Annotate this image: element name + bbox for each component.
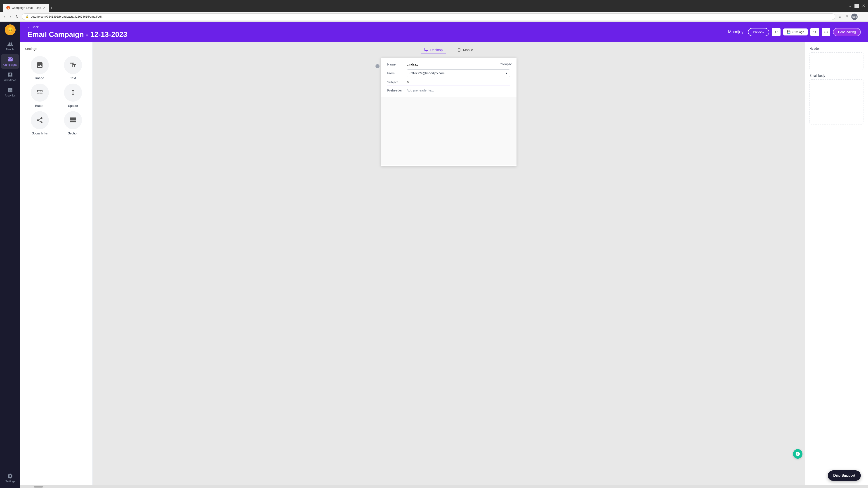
email-canvas: Collapse Name Lindsay From 89f4222e@mood… [381, 58, 517, 166]
sidebar-item-workflows[interactable]: Workflows [1, 70, 19, 84]
element-spacer[interactable]: Spacer [58, 84, 88, 107]
email-form-container: Collapse Name Lindsay From 89f4222e@mood… [381, 58, 517, 97]
more-options-button[interactable]: ••• [822, 28, 830, 36]
new-tab-button[interactable]: + [49, 5, 54, 12]
elements-panel: Settings Image Text [20, 42, 93, 485]
lock-icon: 🔒 [26, 15, 29, 18]
mobile-icon [457, 48, 461, 52]
close-window-button[interactable]: ✕ [862, 3, 865, 8]
header-left: ← Back Email Campaign - 12-13-2023 [28, 25, 127, 39]
spacer-icon [69, 89, 76, 96]
back-link[interactable]: ← Back [28, 25, 127, 29]
minimize-button[interactable]: ⌄ [848, 3, 851, 8]
mobile-view-button[interactable]: Mobile [454, 46, 476, 54]
scroll-thumb[interactable] [34, 486, 43, 488]
editor-area: Desktop Mobile Collapse [93, 42, 805, 485]
tab-title: Campaign Email · Drip [12, 6, 41, 9]
app-logo[interactable]: 😊 [5, 24, 16, 35]
element-section[interactable]: Section [58, 111, 88, 135]
dropdown-chevron-icon: ▾ [506, 71, 507, 75]
profile-button[interactable]: Incognito [851, 13, 858, 20]
right-panel-body-dropzone[interactable] [809, 79, 864, 125]
sidebar-bottom: Settings [1, 471, 19, 485]
done-editing-button[interactable]: Done editing [833, 28, 861, 36]
sidebar-item-settings[interactable]: Settings [1, 471, 19, 485]
element-social[interactable]: Social links [25, 111, 55, 135]
preview-button[interactable]: Preview [748, 28, 769, 36]
extensions-button[interactable]: ⊞ [844, 13, 850, 20]
tab-favicon: 🔥 [6, 6, 10, 9]
from-value: 89f4222e@moodjoy.com [410, 71, 445, 75]
menu-button[interactable]: ⋮ [859, 13, 865, 20]
element-button[interactable]: Button [25, 84, 55, 107]
button-icon [36, 89, 43, 96]
tab-close-button[interactable]: ✕ [43, 6, 46, 9]
element-text[interactable]: Text [58, 56, 88, 80]
from-select[interactable]: 89f4222e@moodjoy.com ▾ [407, 69, 510, 77]
element-image[interactable]: Image [25, 56, 55, 80]
right-panel-header-label: Header [809, 47, 864, 51]
content-area: Settings Image Text [20, 42, 868, 485]
active-tab[interactable]: 🔥 Campaign Email · Drip ✕ [3, 4, 49, 12]
social-icon [36, 117, 43, 124]
browser-actions: ☆ ⊞ Incognito ⋮ [837, 13, 865, 20]
back-button[interactable]: ‹ [3, 14, 6, 20]
section-label: Section [68, 131, 79, 135]
text-icon [69, 61, 76, 69]
image-icon [36, 61, 43, 69]
image-icon-wrap [31, 56, 49, 74]
page-title: Email Campaign - 12-13-2023 [28, 30, 127, 39]
text-label: Text [70, 76, 76, 80]
social-icon-wrap [31, 111, 49, 129]
from-row: From 89f4222e@moodjoy.com ▾ [387, 69, 510, 77]
sidebar-people-label: People [6, 48, 14, 51]
sidebar-workflows-label: Workflows [4, 78, 16, 82]
browser-toolbar: ‹ › ↻ 🔒 getdrip.com/7641396/broadcasts/3… [0, 12, 868, 22]
save-icon: 💾 [787, 30, 790, 34]
subject-input[interactable] [407, 80, 510, 84]
restore-button[interactable]: ⬜ [854, 3, 859, 8]
spacer-icon-wrap [64, 84, 82, 102]
header-brand: Moodjoy [728, 30, 743, 34]
name-value: Lindsay [407, 62, 418, 66]
redo-button[interactable]: ↪ [810, 28, 819, 36]
people-icon [7, 41, 13, 47]
bookmark-button[interactable]: ☆ [837, 13, 843, 20]
undo-button[interactable]: ↩ [772, 28, 780, 36]
logo-icon: 😊 [7, 27, 13, 33]
sidebar-settings-label: Settings [5, 480, 15, 483]
drip-support-button[interactable]: Drip Support [828, 470, 861, 481]
collapse-button[interactable]: Collapse [500, 62, 512, 66]
settings-icon [7, 473, 13, 479]
address-bar[interactable]: 🔒 getdrip.com/7641396/broadcasts/3186746… [22, 13, 835, 20]
spacer-label: Spacer [68, 104, 78, 107]
email-header-form: Collapse Name Lindsay From 89f4222e@mood… [381, 58, 517, 97]
browser-chrome: 🔥 Campaign Email · Drip ✕ + ⌄ ⬜ ✕ [0, 0, 868, 12]
grammarly-button[interactable] [793, 449, 802, 459]
preheader-input[interactable]: Add preheader text [407, 89, 434, 92]
desktop-label: Desktop [430, 48, 442, 52]
save-button[interactable]: 💾 < 1m ago [783, 29, 808, 35]
right-panel-header-dropzone[interactable] [809, 52, 864, 70]
desktop-view-button[interactable]: Desktop [421, 46, 446, 54]
campaigns-icon [7, 57, 13, 62]
image-label: Image [35, 76, 44, 80]
right-panel: Header Email body [805, 42, 868, 485]
sidebar-item-people[interactable]: People [1, 39, 19, 53]
browser-tabs: 🔥 Campaign Email · Drip ✕ + [3, 0, 54, 12]
text-icon-wrap [64, 56, 82, 74]
right-panel-body-section: Email body [809, 74, 864, 125]
settings-link[interactable]: Settings [25, 47, 88, 51]
right-panel-body-label: Email body [809, 74, 864, 77]
workflows-icon [7, 72, 13, 78]
bottom-scrollbar[interactable] [20, 485, 868, 488]
desktop-icon [424, 48, 428, 52]
sidebar-item-analytics[interactable]: Analytics [1, 85, 19, 99]
name-form-label: Name [387, 63, 403, 66]
from-form-label: From [387, 71, 403, 75]
refresh-button[interactable]: ↻ [14, 13, 20, 20]
email-body-area [381, 97, 517, 165]
sidebar-item-campaigns[interactable]: Campaigns [1, 54, 19, 69]
forward-button[interactable]: › [8, 14, 12, 20]
section-icon-wrap [64, 111, 82, 129]
